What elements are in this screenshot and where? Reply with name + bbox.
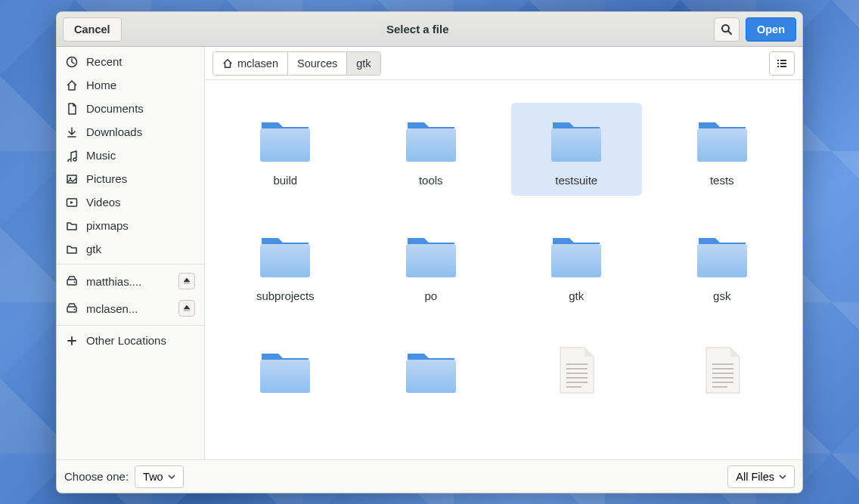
- video-icon: [66, 196, 78, 209]
- sidebar-item-mclasen-[interactable]: mclasen...: [57, 295, 204, 322]
- svg-rect-15: [780, 66, 786, 67]
- file-item-testsuite[interactable]: testsuite: [511, 103, 642, 196]
- file-item-gtk[interactable]: gtk: [511, 218, 642, 311]
- file-item-po[interactable]: po: [366, 218, 497, 311]
- path-segment-label: Sources: [297, 57, 337, 70]
- file-item-gsk[interactable]: gsk: [657, 218, 788, 311]
- open-button[interactable]: Open: [746, 17, 796, 42]
- sidebar-item-label: matthias....: [86, 275, 170, 288]
- file-item-build[interactable]: build: [220, 103, 351, 196]
- file-item-tools[interactable]: tools: [366, 103, 497, 196]
- picture-icon: [66, 173, 78, 185]
- svg-rect-21: [406, 244, 456, 277]
- file-item-unnamed[interactable]: [657, 334, 788, 414]
- search-icon: [721, 23, 733, 36]
- svg-rect-12: [777, 63, 779, 64]
- plus-icon: [66, 335, 78, 347]
- path-segment-label: mclasen: [237, 57, 278, 70]
- svg-rect-22: [551, 244, 601, 277]
- sidebar-item-label: pixmaps: [86, 219, 195, 232]
- sidebar-item-label: Downloads: [86, 125, 195, 138]
- file-item-unnamed[interactable]: [366, 334, 497, 414]
- folder-icon: [547, 112, 606, 166]
- breadcrumb: mclasenSourcesgtk: [212, 51, 381, 76]
- sidebar-item-pictures[interactable]: Pictures: [57, 167, 204, 190]
- titlebar: Cancel Select a file Open: [57, 12, 802, 47]
- file-label: tools: [419, 174, 443, 187]
- sidebar-item-label: Other Locations: [86, 334, 195, 347]
- file-item-unnamed[interactable]: [511, 334, 642, 414]
- chevron-down-icon: [168, 473, 175, 481]
- sidebar-item-downloads[interactable]: Downloads: [57, 120, 204, 144]
- folder-icon: [256, 343, 315, 397]
- list-icon: [776, 57, 788, 70]
- folder-icon: [547, 227, 606, 282]
- sidebar-item-documents[interactable]: Documents: [57, 97, 204, 120]
- file-icon: [693, 343, 752, 397]
- path-segment-mclasen[interactable]: mclasen: [213, 52, 288, 75]
- folder-icon: [693, 112, 752, 166]
- svg-rect-20: [260, 244, 310, 277]
- folder-icon: [402, 343, 461, 397]
- filter-value: All Files: [736, 471, 774, 483]
- file-icon: [547, 343, 606, 397]
- file-item-subprojects[interactable]: subprojects: [220, 218, 351, 311]
- file-label: gsk: [713, 289, 730, 302]
- svg-rect-19: [697, 128, 747, 162]
- sidebar-item-other-locations[interactable]: Other Locations: [57, 329, 204, 352]
- sidebar-separator: [57, 264, 204, 264]
- sidebar: Recent Home Documents Downloads Music Pi…: [57, 47, 205, 459]
- search-button[interactable]: [714, 17, 740, 42]
- eject-button[interactable]: [178, 300, 195, 317]
- svg-rect-11: [780, 60, 786, 61]
- file-grid[interactable]: build tools testsuite tests subprojects …: [205, 80, 802, 459]
- sidebar-item-label: Videos: [86, 196, 195, 209]
- file-item-unnamed[interactable]: [220, 334, 351, 414]
- file-label: build: [273, 174, 297, 187]
- path-segment-sources[interactable]: Sources: [288, 52, 347, 75]
- sidebar-item-music[interactable]: Music: [57, 144, 204, 167]
- sidebar-item-label: Music: [86, 149, 195, 162]
- cancel-button[interactable]: Cancel: [63, 17, 122, 42]
- music-icon: [66, 150, 78, 162]
- svg-point-7: [74, 282, 76, 283]
- path-segment-label: gtk: [356, 57, 371, 70]
- sidebar-item-videos[interactable]: Videos: [57, 190, 204, 214]
- choose-combo[interactable]: Two: [135, 465, 184, 488]
- file-label: po: [424, 289, 437, 302]
- svg-rect-18: [551, 128, 601, 162]
- sidebar-separator: [57, 325, 204, 326]
- folder-icon: [66, 220, 78, 232]
- file-label: testsuite: [555, 174, 597, 187]
- choose-value: Two: [143, 471, 163, 483]
- sidebar-item-home[interactable]: Home: [57, 73, 204, 97]
- folder-icon: [402, 227, 461, 282]
- file-item-tests[interactable]: tests: [657, 103, 788, 196]
- folder-icon: [66, 243, 78, 255]
- filter-combo[interactable]: All Files: [727, 465, 795, 488]
- svg-rect-14: [777, 66, 779, 67]
- folder-icon: [256, 227, 315, 282]
- home-icon: [66, 79, 78, 91]
- pathbar: mclasenSourcesgtk: [205, 47, 802, 80]
- sidebar-item-label: Documents: [86, 102, 195, 115]
- svg-rect-25: [406, 360, 456, 393]
- sidebar-item-label: Recent: [86, 55, 195, 68]
- sidebar-item-matthias-[interactable]: matthias....: [57, 267, 204, 295]
- drive-icon: [66, 275, 78, 287]
- folder-icon: [693, 227, 752, 282]
- sidebar-item-recent[interactable]: Recent: [57, 50, 204, 73]
- folder-icon: [402, 112, 461, 166]
- file-chooser-dialog: Cancel Select a file Open Recent Home Do…: [56, 11, 803, 493]
- file-label: subprojects: [256, 289, 315, 302]
- sidebar-item-label: Home: [86, 79, 195, 91]
- sidebar-item-gtk[interactable]: gtk: [57, 237, 204, 261]
- view-mode-button[interactable]: [769, 51, 795, 76]
- doc-icon: [66, 103, 78, 115]
- path-segment-gtk[interactable]: gtk: [347, 52, 380, 75]
- sidebar-item-pixmaps[interactable]: pixmaps: [57, 214, 204, 237]
- svg-rect-16: [260, 128, 310, 162]
- file-label: tests: [710, 174, 734, 187]
- choose-label: Choose one:: [64, 470, 129, 483]
- eject-button[interactable]: [178, 273, 195, 289]
